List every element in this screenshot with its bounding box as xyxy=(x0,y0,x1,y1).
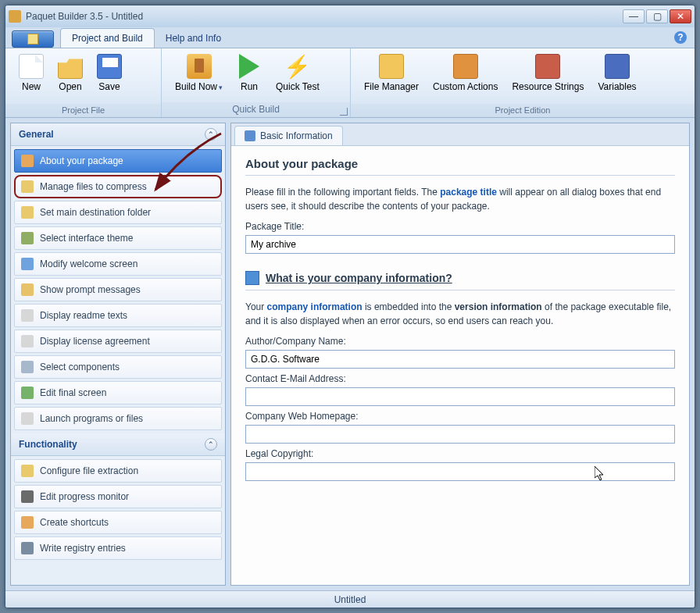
open-button[interactable]: Open xyxy=(51,52,90,94)
sidebar-item-edit-final-screen[interactable]: Edit final screen xyxy=(14,381,222,405)
info-icon xyxy=(245,130,255,141)
quick-test-button[interactable]: ⚡Quick Test xyxy=(269,52,327,94)
app-menu-button[interactable] xyxy=(12,30,54,48)
company-desc: Your company information is embedded int… xyxy=(245,300,675,328)
sidebar-item-display-license-agreement[interactable]: Display license agreement xyxy=(14,330,222,353)
statusbar: Untitled xyxy=(5,590,695,608)
item-icon xyxy=(21,155,34,167)
package-title-link[interactable]: package title xyxy=(440,187,497,198)
ribbon-tabstrip: Project and Build Help and Info ? xyxy=(5,27,695,48)
item-icon xyxy=(21,283,34,296)
sidebar-item-set-main-destination-folder[interactable]: Set main destination folder xyxy=(14,201,222,224)
file-manager-button[interactable]: File Manager xyxy=(357,52,426,94)
cursor-icon xyxy=(595,466,605,482)
company-info-link[interactable]: company information xyxy=(267,301,362,312)
resource-strings-icon xyxy=(535,54,560,79)
minimize-button[interactable]: — xyxy=(623,9,645,23)
sidebar-item-configure-file-extraction[interactable]: Configure file extraction xyxy=(14,459,222,483)
author-input[interactable] xyxy=(245,350,675,369)
play-icon xyxy=(237,54,262,79)
sidebar-item-edit-progress-monitor[interactable]: Edit progress monitor xyxy=(14,485,222,508)
item-icon xyxy=(21,335,34,347)
sidebar-item-label: Edit progress monitor xyxy=(40,491,129,502)
web-input[interactable] xyxy=(245,425,675,444)
chevron-down-icon: ▾ xyxy=(219,84,223,91)
ribbon: New Open Save Project File Build Now▾ Ru… xyxy=(5,48,695,118)
group-label-quickbuild: Quick Build xyxy=(162,102,350,117)
sidebar-header-functionality[interactable]: Functionality⌃ xyxy=(11,433,225,456)
sidebar: General⌃ About your packageManage files … xyxy=(10,123,226,586)
divider xyxy=(245,290,675,290)
sidebar-item-write-registry-entries[interactable]: Write registry entries xyxy=(14,536,222,560)
author-label: Author/Company Name: xyxy=(245,336,675,347)
maximize-button[interactable]: ▢ xyxy=(646,9,668,23)
legal-label: Legal Copyright: xyxy=(245,448,675,459)
help-icon[interactable]: ? xyxy=(674,31,687,44)
folder-open-icon xyxy=(58,54,83,79)
sidebar-item-show-prompt-messages[interactable]: Show prompt messages xyxy=(14,278,222,301)
variables-icon xyxy=(605,54,630,79)
window-title: Paquet Builder 3.5 - Untitled xyxy=(26,11,623,22)
tab-project-build[interactable]: Project and Build xyxy=(60,28,155,48)
dialog-launcher-icon[interactable] xyxy=(340,108,348,116)
sidebar-header-general[interactable]: General⌃ xyxy=(11,123,225,146)
app-window: Paquet Builder 3.5 - Untitled — ▢ ✕ Proj… xyxy=(5,5,695,608)
item-icon xyxy=(21,387,34,399)
new-button[interactable]: New xyxy=(12,52,51,94)
sidebar-item-label: Write registry entries xyxy=(40,543,126,554)
item-icon xyxy=(21,180,34,193)
close-button[interactable]: ✕ xyxy=(670,9,691,23)
sidebar-item-label: Create shortcuts xyxy=(40,517,109,528)
custom-actions-button[interactable]: Custom Actions xyxy=(426,52,505,94)
email-label: Contact E-Mail Address: xyxy=(245,373,675,384)
collapse-icon[interactable]: ⌃ xyxy=(205,128,217,141)
item-icon xyxy=(21,490,34,503)
content-area: Basic Information About your package Ple… xyxy=(230,123,690,586)
item-icon xyxy=(21,361,34,373)
save-button[interactable]: Save xyxy=(90,52,129,94)
package-title-label: Package Title: xyxy=(245,221,675,232)
sidebar-item-select-interface-theme[interactable]: Select interface theme xyxy=(14,226,222,250)
titlebar: Paquet Builder 3.5 - Untitled — ▢ ✕ xyxy=(5,5,695,27)
sidebar-item-label: About your package xyxy=(40,155,123,166)
file-manager-icon xyxy=(379,54,404,79)
group-label-projectfile: Project File xyxy=(5,104,161,117)
sidebar-item-label: Select components xyxy=(40,362,120,372)
item-icon xyxy=(21,258,34,270)
group-label-edition: Project Edition xyxy=(351,104,695,117)
sidebar-item-create-shortcuts[interactable]: Create shortcuts xyxy=(14,511,222,534)
sidebar-item-label: Select interface theme xyxy=(40,233,133,244)
sidebar-item-label: Show prompt messages xyxy=(40,284,141,295)
sidebar-item-label: Display readme texts xyxy=(40,310,127,321)
item-icon xyxy=(21,232,34,244)
build-now-button[interactable]: Build Now▾ xyxy=(168,52,230,94)
lightning-icon: ⚡ xyxy=(285,54,310,79)
tab-help-info[interactable]: Help and Info xyxy=(155,29,232,48)
app-icon xyxy=(9,10,21,23)
sidebar-item-label: Configure file extraction xyxy=(40,465,138,476)
item-icon xyxy=(21,542,34,554)
sidebar-item-display-readme-texts[interactable]: Display readme texts xyxy=(14,304,222,327)
save-icon xyxy=(97,54,122,79)
collapse-icon[interactable]: ⌃ xyxy=(205,438,217,451)
resource-strings-button[interactable]: Resource Strings xyxy=(505,52,591,94)
run-button[interactable]: Run xyxy=(230,52,269,94)
sidebar-item-modify-welcome-screen[interactable]: Modify welcome screen xyxy=(14,252,222,276)
item-icon xyxy=(21,516,34,529)
tab-basic-information[interactable]: Basic Information xyxy=(234,126,343,145)
custom-actions-icon xyxy=(453,54,478,79)
legal-input[interactable] xyxy=(245,462,675,481)
sidebar-item-launch-programs-or-files[interactable]: Launch programs or files xyxy=(14,407,222,430)
email-input[interactable] xyxy=(245,387,675,406)
sidebar-item-select-components[interactable]: Select components xyxy=(14,355,222,379)
company-info-heading: What is your company information? xyxy=(266,272,452,284)
variables-button[interactable]: Variables xyxy=(591,52,643,94)
web-label: Company Web Homepage: xyxy=(245,411,675,422)
sidebar-item-label: Edit final screen xyxy=(40,387,106,398)
sidebar-item-manage-files-to-compress[interactable]: Manage files to compress xyxy=(14,175,222,198)
sidebar-item-label: Launch programs or files xyxy=(40,413,143,424)
sidebar-item-label: Display license agreement xyxy=(40,336,150,347)
package-title-input[interactable] xyxy=(245,235,675,254)
divider xyxy=(245,175,675,176)
sidebar-item-about-your-package[interactable]: About your package xyxy=(14,149,222,173)
